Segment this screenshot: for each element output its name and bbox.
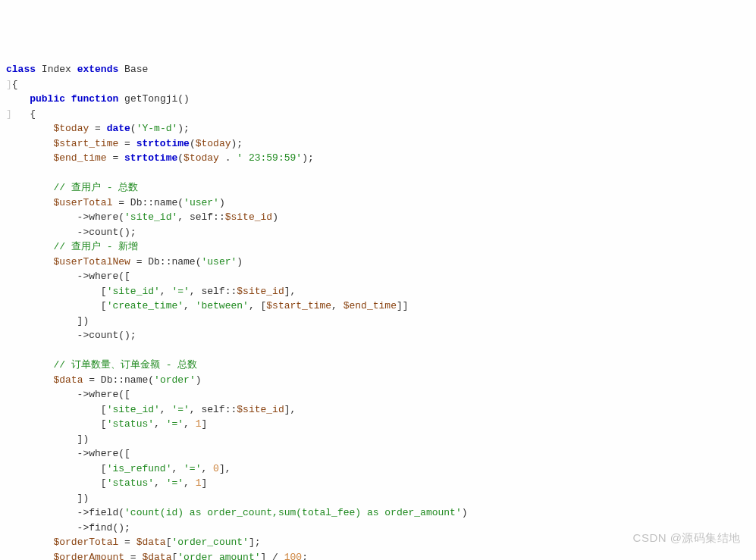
string-user: 'user' [184, 197, 219, 208]
paren: () [177, 93, 190, 105]
string-field-expr: 'count(id) as order_count,sum(total_fee)… [124, 507, 462, 518]
var-end-time: $end_time [53, 152, 106, 164]
prop-site-id: $site_id [225, 211, 272, 223]
var-order-amount: $orderAmount [53, 552, 124, 561]
var-start-time: $start_time [53, 138, 118, 149]
code-block: class Index extends Base ]{ public funct… [6, 62, 750, 560]
fn-strtotime: strtotime [124, 152, 177, 164]
string-user: 'user' [202, 256, 237, 267]
brace-open: { [30, 108, 36, 120]
var-user-total-new: $userTotalNew [53, 256, 130, 267]
comment-user-total: // 查用户 - 总数 [53, 182, 138, 193]
comment-order-total: // 订单数量、订单金额 - 总数 [53, 359, 197, 371]
keyword-public: public [30, 93, 65, 105]
string-ymd: 'Y-m-d' [136, 123, 178, 134]
brace-open: { [12, 79, 18, 90]
fn-count: count [89, 227, 118, 238]
class-db: Db [130, 197, 143, 208]
var-order-total: $orderTotal [53, 537, 118, 548]
fn-find: find [89, 522, 112, 533]
var-today: $today [53, 123, 89, 134]
keyword-class: class [6, 64, 36, 75]
var-data: $data [53, 374, 83, 386]
string-order: 'order' [154, 374, 196, 386]
fn-name: name [154, 197, 177, 208]
class-name: Index [42, 64, 71, 75]
keyword-function: function [71, 93, 118, 105]
parent-class: Base [124, 64, 148, 75]
fn-date: date [107, 123, 130, 134]
var-user-total: $userTotal [53, 197, 112, 208]
keyword-extends: extends [77, 64, 119, 75]
string-site-id: 'site_id' [124, 211, 177, 223]
method-name: getTongji [124, 93, 177, 105]
fn-strtotime: strtotime [136, 138, 190, 149]
comment-user-new: // 查用户 - 新增 [53, 241, 138, 252]
fn-field: field [89, 507, 118, 518]
string-endtime: ' 23:59:59' [237, 152, 302, 164]
fn-where: where [89, 211, 118, 223]
